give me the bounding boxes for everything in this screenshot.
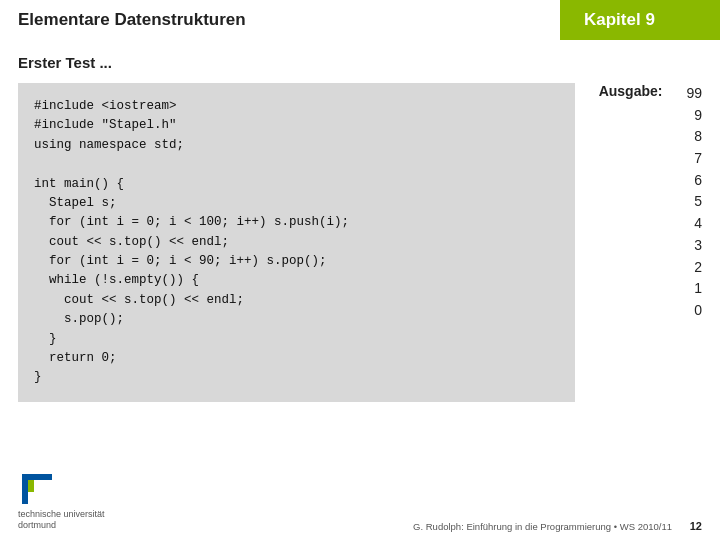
header-title: Elementare Datenstrukturen	[0, 0, 560, 40]
ausgabe-value: 3	[686, 235, 702, 257]
ausgabe-value: 1	[686, 278, 702, 300]
svg-rect-4	[28, 480, 34, 486]
ausgabe-value: 4	[686, 213, 702, 235]
footer-citation: G. Rudolph: Einführung in die Programmie…	[115, 521, 672, 532]
footer: technische universität dortmund G. Rudol…	[0, 470, 720, 532]
footer-uni-name: technische universität dortmund	[18, 509, 105, 532]
header-kapitel: Kapitel 9	[560, 0, 720, 40]
ausgabe-value: 2	[686, 257, 702, 279]
ausgabe-value: 6	[686, 170, 702, 192]
code-block: #include <iostream> #include "Stapel.h" …	[18, 83, 575, 402]
tu-logo-icon	[18, 470, 56, 508]
ausgabe-value: 7	[686, 148, 702, 170]
footer-page: 12	[682, 520, 702, 532]
content-area: #include <iostream> #include "Stapel.h" …	[0, 79, 720, 402]
subtitle: Erster Test ...	[0, 40, 720, 79]
svg-rect-5	[28, 486, 34, 492]
ausgabe-section: Ausgabe: 999876543210	[575, 83, 702, 402]
header: Elementare Datenstrukturen Kapitel 9	[0, 0, 720, 40]
svg-rect-3	[28, 474, 34, 480]
ausgabe-values: 999876543210	[686, 83, 702, 402]
svg-rect-2	[22, 474, 28, 504]
ausgabe-value: 5	[686, 191, 702, 213]
ausgabe-label: Ausgabe:	[599, 83, 663, 402]
ausgabe-value: 8	[686, 126, 702, 148]
ausgabe-value: 9	[686, 105, 702, 127]
ausgabe-value: 99	[686, 83, 702, 105]
footer-logo: technische universität dortmund	[18, 470, 105, 532]
ausgabe-value: 0	[686, 300, 702, 322]
